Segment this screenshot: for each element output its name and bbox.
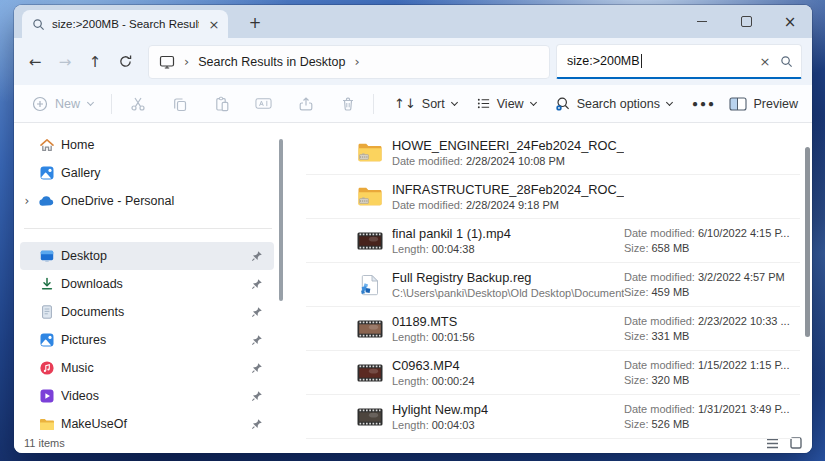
close-button[interactable]: ×	[768, 5, 812, 38]
file-row[interactable]: Hylight New.mp4 Length:00:04:03 Date mod…	[306, 395, 800, 439]
sidebar-item-music[interactable]: › Music	[20, 354, 274, 382]
maximize-button[interactable]	[724, 5, 768, 38]
expander-chevron-icon[interactable]: ›	[22, 194, 32, 208]
pin-slot	[251, 334, 263, 346]
pin-slot	[251, 362, 263, 374]
file-row-main: final pankil 1 (1).mp4 Length:00:04:38	[392, 225, 624, 257]
pin-icon	[251, 250, 263, 262]
share-button[interactable]	[297, 96, 314, 112]
video-file-icon	[357, 232, 383, 250]
sort-button[interactable]: ↑↓ Sort	[385, 96, 467, 111]
file-row-meta: Date modified:1/15/2022 1:15 P... Size:3…	[624, 358, 800, 388]
sidebar-item-label: Home	[61, 138, 245, 152]
file-row-main: C0963.MP4 Length:00:00:24	[392, 357, 624, 389]
search-icon	[780, 55, 793, 68]
tab-title: size:>200MB - Search Results i	[52, 18, 199, 30]
command-toolbar: New ↑↓ Sort View	[14, 85, 812, 123]
pin-slot	[251, 195, 263, 207]
file-date-modified: Date modified:3/2/2022 4:57 PM	[624, 270, 800, 285]
file-row[interactable]: INFRASTRUCTURE_28Feb2024_ROC_Docs.zip Da…	[306, 175, 800, 219]
navigation-bar: ← → ↑ › Search Results in Desktop › size…	[14, 38, 812, 85]
rename-button[interactable]	[255, 96, 272, 112]
explorer-tab[interactable]: size:>200MB - Search Results i ×	[22, 10, 228, 38]
chevron-down-icon	[87, 100, 94, 107]
preview-button-label: Preview	[754, 97, 798, 111]
file-row[interactable]: final pankil 1 (1).mp4 Length:00:04:38 D…	[306, 219, 800, 263]
new-button[interactable]: New	[26, 96, 100, 112]
details-view-icon[interactable]	[766, 438, 779, 449]
sidebar-item-label: Music	[61, 361, 245, 375]
up-button[interactable]: ↑	[80, 47, 110, 77]
copy-button[interactable]	[171, 96, 188, 112]
sidebar-item-home[interactable]: › Home	[20, 131, 274, 159]
file-name: final pankil 1 (1).mp4	[392, 225, 624, 242]
forward-button[interactable]: →	[50, 47, 80, 77]
view-list-icon	[476, 96, 491, 111]
file-row[interactable]: HOWE_ENGINEERI_24Feb2024_ROC_Docs.zip Da…	[306, 131, 800, 175]
breadcrumb-path[interactable]: Search Results in Desktop	[198, 55, 345, 69]
file-size: Size:526 MB	[624, 417, 800, 432]
pin-slot	[251, 278, 263, 290]
sidebar-item-downloads[interactable]: › Downloads	[20, 270, 274, 298]
sidebar-item-gallery[interactable]: › Gallery	[20, 159, 274, 187]
cut-button[interactable]	[129, 96, 146, 112]
tab-close-icon[interactable]: ×	[206, 16, 222, 32]
text-caret	[641, 54, 642, 68]
file-list-scrollbar[interactable]	[805, 147, 810, 337]
file-date-modified: Date modified:2/23/2022 10:33 ...	[624, 314, 800, 329]
sidebar-item-documents[interactable]: › Documents	[20, 298, 274, 326]
pin-slot	[251, 418, 263, 430]
sidebar-item-label: Documents	[61, 305, 245, 319]
file-row[interactable]: 01189.MTS Length:00:01:56 Date modified:…	[306, 307, 800, 351]
sidebar-item-label: Pictures	[61, 333, 245, 347]
view-button-label: View	[497, 97, 524, 111]
address-bar[interactable]: › Search Results in Desktop ›	[148, 45, 550, 79]
file-row-meta: Date modified:1/31/2021 3:49 P... Size:5…	[624, 402, 800, 432]
preview-pane-icon	[729, 97, 747, 111]
breadcrumb-chevron-icon[interactable]: ›	[184, 54, 189, 69]
new-tab-button[interactable]: +	[242, 10, 268, 36]
file-row-meta: Date modified:2/23/2022 10:33 ... Size:3…	[624, 314, 800, 344]
sidebar-item-videos[interactable]: › Videos	[20, 382, 274, 410]
file-list-pane: HOWE_ENGINEERI_24Feb2024_ROC_Docs.zip Da…	[284, 123, 812, 435]
refresh-icon	[118, 54, 133, 69]
see-more-button[interactable]: ●●●	[682, 98, 726, 109]
refresh-button[interactable]	[110, 47, 140, 77]
file-row[interactable]: Full Registry Backup.reg C:\Users\panki\…	[306, 263, 800, 307]
desktop-wallpaper: size:>200MB - Search Results i × + × ← →…	[0, 0, 825, 461]
sidebar-item-onedrive-personal[interactable]: › OneDrive - Personal	[20, 187, 274, 215]
search-clear-icon[interactable]: ×	[756, 54, 774, 69]
delete-button[interactable]	[339, 96, 356, 112]
plus-circle-icon	[32, 96, 48, 112]
video-file-icon	[357, 364, 383, 382]
back-button[interactable]: ←	[20, 47, 50, 77]
toolbar-divider	[111, 94, 112, 114]
pin-icon	[251, 334, 263, 346]
zip-file-icon	[357, 142, 383, 163]
sidebar-item-pictures[interactable]: › Pictures	[20, 326, 274, 354]
new-button-label: New	[55, 97, 80, 111]
minimize-icon	[697, 21, 707, 22]
view-button[interactable]: View	[467, 96, 546, 111]
pin-slot	[251, 139, 263, 151]
file-detail: Length:00:04:38	[392, 242, 624, 257]
file-row-main: Full Registry Backup.reg C:\Users\panki\…	[392, 269, 624, 301]
preview-toggle-button[interactable]: Preview	[729, 97, 798, 111]
minimize-button[interactable]	[680, 5, 724, 38]
toolbar-divider	[373, 94, 374, 114]
sidebar-item-desktop[interactable]: › Desktop	[20, 242, 274, 270]
sidebar-item-label: OneDrive - Personal	[61, 194, 245, 208]
file-row[interactable]: C0963.MP4 Length:00:00:24 Date modified:…	[306, 351, 800, 395]
sidebar-item-makeuseof[interactable]: › MakeUseOf	[20, 410, 274, 438]
pin-icon	[251, 306, 263, 318]
pin-icon	[251, 278, 263, 290]
breadcrumb-chevron-icon[interactable]: ›	[355, 54, 360, 69]
sort-button-label: Sort	[422, 97, 445, 111]
file-detail: Length:00:00:24	[392, 374, 624, 389]
search-box[interactable]: size:>200MB ×	[556, 44, 802, 79]
search-input[interactable]: size:>200MB	[567, 54, 750, 68]
search-options-button[interactable]: Search options	[546, 96, 682, 112]
scissors-icon	[130, 96, 146, 112]
paste-button[interactable]	[213, 96, 230, 112]
sidebar-scrollbar[interactable]	[279, 139, 283, 301]
